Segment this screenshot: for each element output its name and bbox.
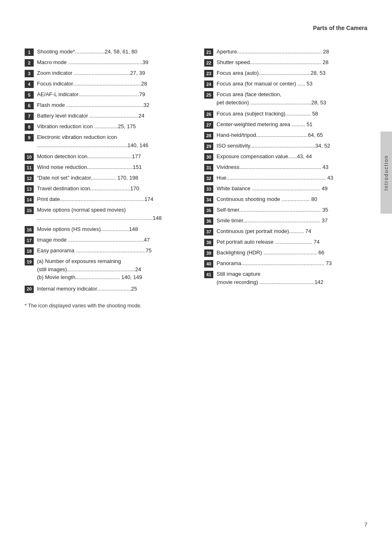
- entry-text: Print date..............................…: [37, 195, 188, 203]
- entry-text: Battery level indicator ................…: [37, 112, 188, 120]
- entry-number: 19: [25, 258, 34, 265]
- entry-number: 32: [204, 175, 213, 182]
- entry-number: 9: [25, 134, 34, 141]
- list-item: 13Travel destination icon...............…: [25, 185, 188, 193]
- entry-number: 41: [204, 271, 213, 278]
- entry-text: Travel destination icon.................…: [37, 185, 188, 193]
- entry-text: Focus area (subject tracking)...........…: [217, 110, 367, 118]
- list-item: 30Exposure compensation value......43, 4…: [204, 152, 367, 161]
- entry-text: White balance ..........................…: [217, 185, 367, 193]
- entry-number: 17: [25, 237, 34, 244]
- entry-text: “Date not set” indicator................…: [37, 174, 188, 182]
- list-item: 22Shutter speed.........................…: [204, 58, 367, 67]
- entry-number: 20: [25, 286, 34, 293]
- entry-number: 39: [204, 249, 213, 257]
- entry-number: 1: [25, 48, 34, 56]
- entry-number: 31: [204, 164, 213, 171]
- entry-text: Pet portrait auto release ..............…: [217, 238, 367, 246]
- entry-number: 34: [204, 196, 213, 203]
- entry-text: Continuous shooting mode ...............…: [217, 195, 367, 203]
- list-item: 35Self-timer............................…: [204, 206, 367, 214]
- entry-text: Electronic vibration reduction icon ....…: [37, 133, 188, 149]
- entry-number: 21: [204, 48, 213, 56]
- page-header: Parts of the Camera: [25, 25, 367, 35]
- entry-text: Image mode .............................…: [37, 236, 188, 244]
- entry-text: Focus area (face detection, pet detectio…: [217, 90, 367, 106]
- list-item: 1Shooting mode*....................24, 5…: [25, 48, 188, 56]
- entry-number: 12: [25, 175, 34, 182]
- entry-text: Movie options (normal speed movies) ....…: [37, 206, 188, 222]
- list-item: 41Still image capture (movie recording) …: [204, 270, 367, 286]
- list-item: 9Electronic vibration reduction icon ...…: [25, 133, 188, 149]
- entry-text: Zoom indicator .........................…: [37, 69, 188, 77]
- list-item: 12“Date not set” indicator..............…: [25, 174, 188, 182]
- entry-text: Vibration reduction icon ...............…: [37, 122, 188, 131]
- list-item: 11Wind noise reduction..................…: [25, 163, 188, 171]
- entry-text: Focus area (for manual or center) ..... …: [217, 80, 367, 88]
- list-item: 19(a) Number of exposures remaining (sti…: [25, 257, 188, 282]
- entry-text: AE/AF-L indicator.......................…: [37, 90, 188, 99]
- entry-number: 6: [25, 102, 34, 109]
- entry-number: 40: [204, 260, 213, 268]
- list-item: 29ISO sensitivity.......................…: [204, 142, 367, 150]
- entry-text: Center-weighted metering area ......... …: [217, 120, 367, 129]
- entry-number: 13: [25, 185, 34, 193]
- entry-number: 5: [25, 91, 34, 99]
- entry-number: 22: [204, 59, 213, 67]
- content-area: 1Shooting mode*....................24, 5…: [25, 48, 367, 295]
- entry-text: Easy panorama ..........................…: [37, 247, 188, 255]
- list-item: 39Backlighting (HDR) ...................…: [204, 249, 367, 257]
- entry-number: 16: [25, 226, 34, 233]
- page-title: Parts of the Camera: [313, 25, 367, 31]
- list-item: 34Continuous shooting mode .............…: [204, 195, 367, 203]
- entry-number: 38: [204, 239, 213, 246]
- list-item: 33White balance ........................…: [204, 185, 367, 193]
- entry-text: Hand-held/tripod........................…: [217, 131, 367, 139]
- list-item: 17Image mode ...........................…: [25, 236, 188, 244]
- entry-number: 36: [204, 217, 213, 225]
- entry-text: Hue.....................................…: [217, 174, 367, 182]
- list-item: 8Vibration reduction icon ..............…: [25, 122, 188, 131]
- entry-text: Continuous (pet portrait mode)..........…: [217, 227, 367, 235]
- entry-text: Macro mode .............................…: [37, 58, 188, 67]
- entry-number: 29: [204, 143, 213, 150]
- list-item: 3Zoom indicator ........................…: [25, 69, 188, 77]
- list-item: 37Continuous (pet portrait mode)........…: [204, 227, 367, 235]
- entry-number: 11: [25, 164, 34, 171]
- entry-number: 28: [204, 132, 213, 139]
- list-item: 32Hue...................................…: [204, 174, 367, 182]
- list-item: 40Panorama..............................…: [204, 259, 367, 268]
- entry-text: Panorama................................…: [217, 259, 367, 268]
- list-item: 31Vividness.............................…: [204, 163, 367, 171]
- entry-text: Movie options (HS movies)...............…: [37, 225, 188, 233]
- entry-number: 4: [25, 81, 34, 88]
- list-item: 24Focus area (for manual or center) ....…: [204, 80, 367, 88]
- entry-number: 33: [204, 185, 213, 193]
- list-item: 6Flash mode ............................…: [25, 101, 188, 109]
- entry-text: Focus area (auto).......................…: [217, 69, 367, 77]
- entry-text: Smile timer.............................…: [217, 217, 367, 225]
- left-column: 1Shooting mode*....................24, 5…: [25, 48, 188, 295]
- entry-text: Exposure compensation value......43, 44: [217, 152, 367, 161]
- entry-text: ISO sensitivity.........................…: [217, 142, 367, 150]
- entry-text: Internal memory indicator...............…: [37, 285, 188, 293]
- entry-text: Shutter speed...........................…: [217, 58, 367, 67]
- entry-number: 35: [204, 207, 213, 214]
- page-number: 7: [364, 522, 367, 528]
- list-item: 28Hand-held/tripod......................…: [204, 131, 367, 139]
- entry-number: 27: [204, 121, 213, 129]
- list-item: 21Aperture..............................…: [204, 48, 367, 56]
- entry-text: Motion detection icon...................…: [37, 152, 188, 161]
- sidebar-tab: Introduction: [380, 132, 392, 214]
- list-item: 10Motion detection icon.................…: [25, 152, 188, 161]
- entry-text: Wind noise reduction....................…: [37, 163, 188, 171]
- entry-number: 3: [25, 70, 34, 77]
- entry-text: Vividness...............................…: [217, 163, 367, 171]
- list-item: 38Pet portrait auto release ............…: [204, 238, 367, 246]
- entry-number: 8: [25, 123, 34, 131]
- list-item: 36Smile timer...........................…: [204, 217, 367, 225]
- entry-number: 23: [204, 70, 213, 77]
- entry-number: 37: [204, 228, 213, 235]
- list-item: 5AE/AF-L indicator......................…: [25, 90, 188, 99]
- entry-text: Shooting mode*....................24, 58…: [37, 48, 188, 56]
